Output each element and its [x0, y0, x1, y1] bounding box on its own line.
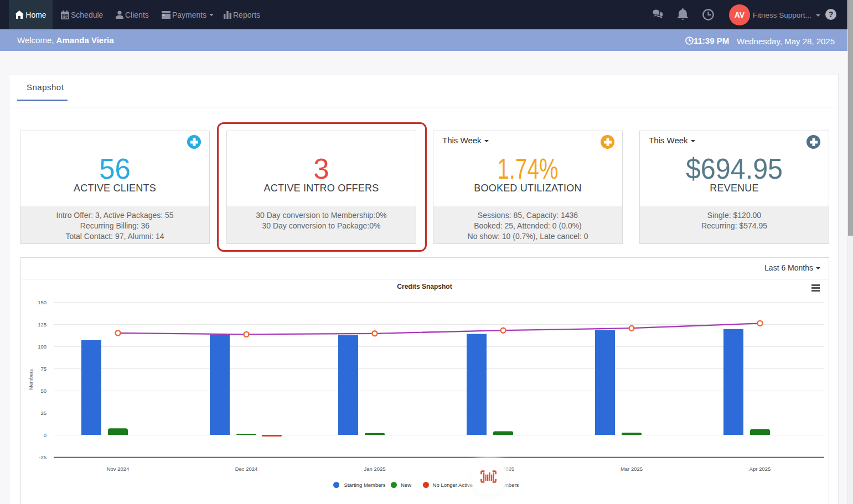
svg-text:New: New: [401, 482, 411, 488]
svg-text:50: 50: [40, 388, 46, 394]
svg-text:125: 125: [38, 321, 46, 328]
svg-text:No Longer Active: No Longer Active: [433, 482, 473, 488]
svg-text:Dec 2024: Dec 2024: [235, 466, 258, 472]
svg-text:25: 25: [40, 410, 46, 416]
svg-text:Mar 2025: Mar 2025: [621, 466, 643, 472]
svg-text:100: 100: [38, 344, 46, 350]
svg-text:Apr 2025: Apr 2025: [749, 466, 771, 472]
svg-text:75: 75: [40, 366, 46, 372]
svg-text:0: 0: [44, 432, 46, 438]
svg-text:Jan 2025: Jan 2025: [364, 466, 385, 472]
svg-text:Members: Members: [28, 369, 34, 390]
svg-text:150: 150: [38, 299, 46, 305]
svg-text:Nov 2024: Nov 2024: [107, 466, 130, 472]
svg-text:-25: -25: [39, 454, 46, 460]
svg-text:Starting Members: Starting Members: [344, 482, 386, 488]
